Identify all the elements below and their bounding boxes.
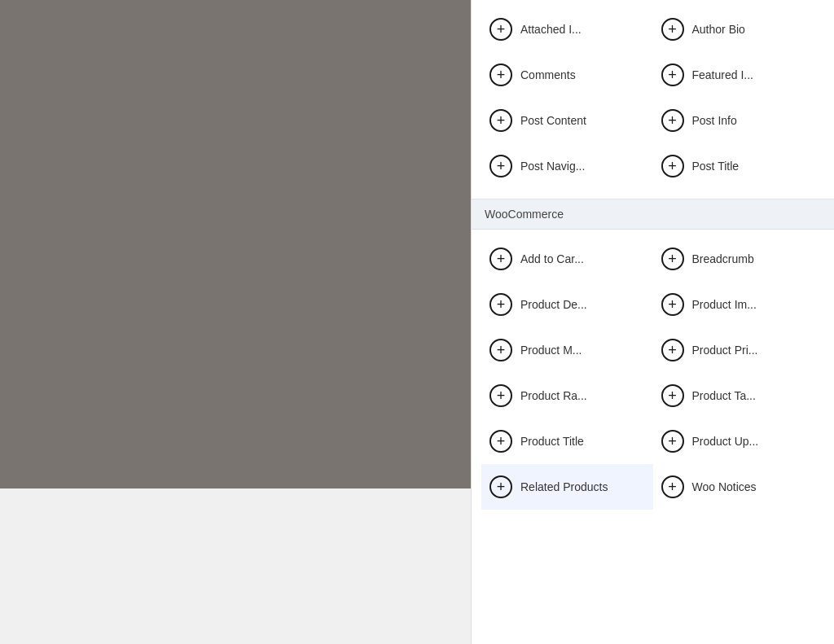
canvas-white-area bbox=[0, 488, 471, 644]
widget-item-product-tabs[interactable]: + Product Ta... bbox=[653, 373, 825, 418]
add-icon-breadcrumb: + bbox=[661, 248, 684, 270]
add-icon-featured-image: + bbox=[661, 64, 684, 86]
add-icon-related-products: + bbox=[489, 475, 512, 498]
widget-label-product-price: Product Pri... bbox=[692, 344, 758, 357]
add-icon-product-price: + bbox=[661, 339, 684, 361]
widget-label-product-rating: Product Ra... bbox=[520, 389, 587, 402]
widget-label-add-to-cart: Add to Car... bbox=[520, 252, 584, 265]
widget-picker-panel: + Attached I... + Author Bio + Comments … bbox=[471, 0, 834, 644]
post-widget-grid: + Attached I... + Author Bio + Comments … bbox=[472, 0, 834, 195]
widget-item-product-images[interactable]: + Product Im... bbox=[653, 282, 825, 327]
widget-item-post-content[interactable]: + Post Content bbox=[481, 98, 653, 143]
widget-item-breadcrumb[interactable]: + Breadcrumb bbox=[653, 236, 825, 282]
widget-label-breadcrumb: Breadcrumb bbox=[692, 252, 754, 265]
widget-label-attached-images: Attached I... bbox=[520, 23, 582, 36]
add-icon-woo-notices: + bbox=[661, 475, 684, 498]
widget-label-product-images: Product Im... bbox=[692, 298, 757, 311]
widget-item-product-meta[interactable]: + Product M... bbox=[481, 327, 653, 373]
canvas-gray-area bbox=[0, 0, 471, 488]
add-icon-post-navigation: + bbox=[489, 155, 512, 177]
widget-label-woo-notices: Woo Notices bbox=[692, 480, 757, 493]
widget-item-post-navigation[interactable]: + Post Navig... bbox=[481, 143, 653, 189]
widget-list: + Attached I... + Author Bio + Comments … bbox=[472, 0, 834, 532]
widget-label-product-description: Product De... bbox=[520, 298, 587, 311]
add-icon-product-meta: + bbox=[489, 339, 512, 361]
widget-item-woo-notices[interactable]: + Woo Notices bbox=[653, 464, 825, 510]
widget-item-comments[interactable]: + Comments bbox=[481, 52, 653, 98]
widget-item-related-products[interactable]: + Related Products bbox=[481, 464, 653, 510]
add-icon-product-rating: + bbox=[489, 384, 512, 407]
add-icon-author-bio: + bbox=[661, 18, 684, 41]
widget-item-product-rating[interactable]: + Product Ra... bbox=[481, 373, 653, 418]
widget-label-product-tabs: Product Ta... bbox=[692, 389, 756, 402]
widget-label-post-title: Post Title bbox=[692, 160, 740, 173]
add-icon-post-title: + bbox=[661, 155, 684, 177]
woocommerce-widget-grid: + Add to Car... + Breadcrumb + Product D… bbox=[472, 230, 834, 516]
add-icon-product-upsells: + bbox=[661, 430, 684, 453]
add-icon-product-description: + bbox=[489, 293, 512, 316]
add-icon-add-to-cart: + bbox=[489, 248, 512, 270]
widget-item-attached-images[interactable]: + Attached I... bbox=[481, 7, 653, 52]
widget-item-post-info[interactable]: + Post Info bbox=[653, 98, 825, 143]
add-icon-product-images: + bbox=[661, 293, 684, 316]
widget-label-author-bio: Author Bio bbox=[692, 23, 745, 36]
widget-item-author-bio[interactable]: + Author Bio bbox=[653, 7, 825, 52]
add-icon-product-title: + bbox=[489, 430, 512, 453]
widget-label-related-products: Related Products bbox=[520, 480, 608, 493]
widget-item-product-description[interactable]: + Product De... bbox=[481, 282, 653, 327]
widget-label-product-upsells: Product Up... bbox=[692, 435, 759, 448]
add-icon-post-content: + bbox=[489, 109, 512, 132]
widget-label-product-meta: Product M... bbox=[520, 344, 582, 357]
widget-label-comments: Comments bbox=[520, 68, 576, 81]
widget-label-post-navigation: Post Navig... bbox=[520, 160, 585, 173]
widget-item-add-to-cart[interactable]: + Add to Car... bbox=[481, 236, 653, 282]
left-panel bbox=[0, 0, 471, 644]
widget-item-product-price[interactable]: + Product Pri... bbox=[653, 327, 825, 373]
add-icon-product-tabs: + bbox=[661, 384, 684, 407]
woocommerce-section-header: WooCommerce bbox=[472, 199, 834, 230]
widget-item-product-upsells[interactable]: + Product Up... bbox=[653, 418, 825, 464]
widget-label-featured-image: Featured I... bbox=[692, 68, 753, 81]
widget-item-product-title[interactable]: + Product Title bbox=[481, 418, 653, 464]
widget-label-product-title: Product Title bbox=[520, 435, 584, 448]
widget-label-post-info: Post Info bbox=[692, 114, 737, 127]
widget-item-post-title[interactable]: + Post Title bbox=[653, 143, 825, 189]
add-icon-post-info: + bbox=[661, 109, 684, 132]
widget-label-post-content: Post Content bbox=[520, 114, 586, 127]
add-icon-attached-images: + bbox=[489, 18, 512, 41]
add-icon-comments: + bbox=[489, 64, 512, 86]
widget-item-featured-image[interactable]: + Featured I... bbox=[653, 52, 825, 98]
